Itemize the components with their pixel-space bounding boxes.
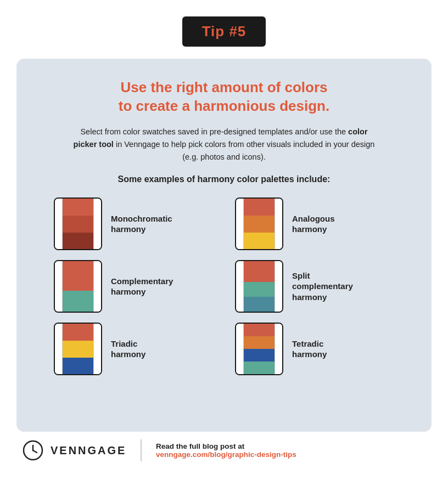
palette-label-split-complementary: Splitcomplementaryharmony [292,270,353,303]
swatch-blocks [244,261,275,312]
headline-line2: to create a harmonious design. [119,98,329,114]
main-card: Use the right amount of colors to create… [16,59,432,432]
swatch-right-strip [275,199,282,249]
swatch-blocks [63,324,93,374]
swatch-block-2 [244,336,275,349]
swatch-block-1 [244,324,275,336]
palette-item-triadic: Triadicharmony [54,323,213,375]
swatch-block-1 [63,261,93,291]
palette-label-monochromatic: Monochromaticharmony [111,213,172,235]
swatch-right-strip [93,199,101,249]
palettes-grid: Monochromaticharmony Analogousharmony [54,197,394,375]
palette-item-complementary: Complementaryharmony [54,260,213,313]
swatch-block-1 [63,199,93,216]
svg-line-2 [33,450,37,453]
swatch-block-1 [244,261,275,282]
swatch-block-1 [63,324,93,341]
palette-label-triadic: Triadicharmony [111,338,145,360]
swatch-left-strip [236,261,244,312]
outer-container: Tip #5 Use the right amount of colors to… [0,0,448,480]
swatch-right-strip [93,261,101,312]
swatch-block-2 [244,216,275,233]
swatch-left-strip [55,199,63,249]
headline: Use the right amount of colors to create… [119,78,329,116]
swatch-left-strip [236,199,244,249]
swatch-blocks [63,261,93,312]
description: Select from color swatches saved in pre-… [70,126,378,164]
swatch-block-2 [63,341,93,358]
swatch-block-3 [244,349,275,362]
footer-blog-link[interactable]: venngage.com/blog/graphic-design-tips [156,450,296,459]
footer-blog-title: Read the full blog post at [156,442,296,450]
palette-item-tetradic: Tetradicharmony [235,323,394,375]
swatch-left-strip [55,324,63,374]
footer: VENNGAGE Read the full blog post at venn… [0,432,448,469]
swatch-block-2 [63,216,93,233]
description-text2: in Venngage to help pick colors from oth… [114,140,375,161]
venngage-logo-text: VENNGAGE [51,444,126,457]
swatch-monochromatic [54,197,102,250]
clock-icon [22,439,44,461]
swatch-split-complementary [235,260,283,313]
footer-logo: VENNGAGE [22,439,126,461]
swatch-block-2 [63,291,93,312]
swatch-block-3 [63,233,93,250]
swatch-analogous [235,197,283,250]
swatch-blocks [244,324,275,374]
description-text: Select from color swatches saved in pre-… [80,127,348,136]
palette-item-split-complementary: Splitcomplementaryharmony [235,260,394,313]
swatch-right-strip [93,324,101,374]
swatch-tetradic [235,323,283,375]
swatch-blocks [244,199,275,249]
swatch-block-3 [244,297,275,312]
palette-label-tetradic: Tetradicharmony [292,338,327,360]
palette-label-complementary: Complementaryharmony [111,276,173,297]
palette-label-analogous: Analogousharmony [292,213,335,235]
footer-blog: Read the full blog post at venngage.com/… [156,442,296,459]
swatch-blocks [63,199,93,249]
swatch-block-3 [63,358,93,375]
swatch-triadic [54,323,102,375]
swatch-block-3 [244,233,275,250]
subheading: Some examples of harmony color palettes … [118,174,331,184]
palette-item-analogous: Analogousharmony [235,197,394,250]
swatch-right-strip [275,261,282,312]
swatch-block-2 [244,282,275,297]
swatch-block-1 [244,199,275,216]
swatch-right-strip [275,324,282,374]
tip-badge: Tip #5 [182,16,266,47]
swatch-block-4 [244,362,275,374]
swatch-complementary [54,260,102,313]
swatch-left-strip [55,261,63,312]
swatch-left-strip [236,324,244,374]
footer-divider [141,439,142,461]
headline-line1: Use the right amount of colors [120,79,327,95]
palette-item-monochromatic: Monochromaticharmony [54,197,213,250]
